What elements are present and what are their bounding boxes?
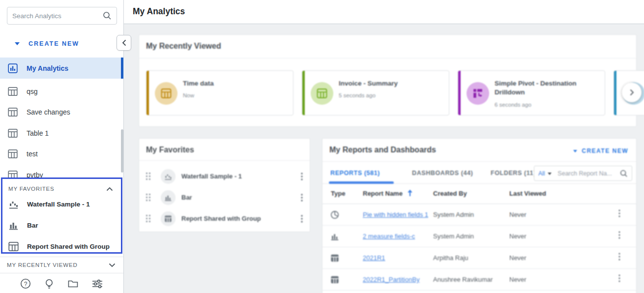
kebab-menu-icon[interactable] xyxy=(618,231,620,239)
svg-text:?: ? xyxy=(24,280,28,287)
page-title: My Analytics xyxy=(133,6,185,17)
filter-all-dropdown[interactable]: All xyxy=(538,170,545,177)
accent-bar xyxy=(614,71,616,116)
tab-folders[interactable]: FOLDERS (11) xyxy=(491,162,536,184)
report-link[interactable]: 2 measure fields-c xyxy=(363,233,415,240)
column-report-name[interactable]: Report Name xyxy=(363,190,412,197)
carousel-next-button[interactable] xyxy=(622,83,642,102)
sidebar-collapse-button[interactable] xyxy=(117,35,131,51)
create-new-button[interactable]: CREATE NEW xyxy=(0,37,124,50)
search-input[interactable]: Search Analytics xyxy=(7,7,117,25)
kebab-menu-icon[interactable] xyxy=(618,209,620,217)
table-icon xyxy=(317,88,327,99)
accent-bar xyxy=(302,71,305,116)
column-type[interactable]: Type xyxy=(331,190,345,197)
recent-card-invoice-summary[interactable]: Invoice - Summary 5 seconds ago xyxy=(302,70,449,116)
recent-card-time: 5 seconds ago xyxy=(339,92,376,98)
my-recently-viewed-section: My Recently Viewed Time data Now xyxy=(139,34,637,127)
table-icon xyxy=(161,88,172,99)
recent-card-time: 6 seconds ago xyxy=(495,102,531,108)
bulb-icon[interactable] xyxy=(44,278,55,289)
table-icon xyxy=(8,87,18,96)
table-icon xyxy=(8,241,19,252)
sidebar-scrollbar[interactable] xyxy=(121,129,123,173)
accent-bar xyxy=(146,71,149,116)
bar-chart-icon xyxy=(8,220,19,231)
sidebar-favorite-bar[interactable]: Bar xyxy=(2,215,121,236)
table-icon xyxy=(8,149,18,159)
bar-chart-boxed-icon xyxy=(8,63,18,73)
created-by-value: Arpitha Raju xyxy=(433,254,468,262)
reports-create-new-button[interactable]: CREATE NEW xyxy=(573,147,628,154)
divider xyxy=(139,58,636,59)
sidebar-item-qsg[interactable]: qsg xyxy=(0,81,124,102)
sidebar-item-save-changes[interactable]: Save changes xyxy=(0,101,124,122)
kebab-menu-icon[interactable] xyxy=(618,274,620,282)
tab-reports[interactable]: REPORTS (581) xyxy=(330,162,380,184)
sidebar-my-recently-viewed-header[interactable]: MY RECENTLY VIEWED xyxy=(0,257,123,273)
caret-down-icon xyxy=(573,150,577,152)
drag-handle-icon[interactable] xyxy=(146,194,151,202)
kebab-menu-icon[interactable] xyxy=(618,253,620,261)
accent-bar xyxy=(458,71,461,116)
waterfall-chart-icon xyxy=(164,173,172,180)
table-row: 2 measure fields-c System Admin Never xyxy=(322,226,636,247)
section-title: My Favorites xyxy=(146,146,194,154)
sort-up-arrow-icon xyxy=(408,190,412,197)
table-row: 2021R1 Arpitha Raju Never xyxy=(322,247,636,269)
column-created-by[interactable]: Created By xyxy=(433,190,467,197)
search-placeholder: Search Analytics xyxy=(12,12,103,20)
table-icon xyxy=(164,215,172,223)
table-icon xyxy=(8,128,18,138)
selected-indicator xyxy=(121,58,123,79)
sidebar-bottom-toolbar: ? xyxy=(0,274,123,293)
sidebar-favorite-waterfall-sample-1[interactable]: Waterfall Sample - 1 xyxy=(2,194,121,215)
chevron-right-icon xyxy=(630,89,634,96)
column-last-viewed[interactable]: Last Viewed xyxy=(509,190,546,197)
sidebar-favorite-report-shared-with-group[interactable]: Report Shared with Group xyxy=(2,236,121,257)
kebab-menu-icon[interactable] xyxy=(301,215,303,223)
favorite-row-report-shared-with-group[interactable]: Report Shared with Group xyxy=(139,208,310,229)
search-icon xyxy=(103,11,112,20)
last-viewed-value: Never xyxy=(509,211,527,218)
report-search-box[interactable]: All Search Report Na... xyxy=(534,166,632,181)
report-link[interactable]: 2021R1 xyxy=(363,254,385,262)
recent-card-time-data[interactable]: Time data Now xyxy=(146,70,293,116)
sliders-icon[interactable] xyxy=(91,278,103,289)
table-row: Pie with hidden fields 1 System Admin Ne… xyxy=(322,204,636,226)
reports-table-header: Type Report Name Created By Last Viewed xyxy=(322,184,636,204)
favorite-row-bar[interactable]: Bar xyxy=(139,187,310,208)
folder-icon[interactable] xyxy=(67,278,79,289)
recent-card-time: Now xyxy=(183,92,194,98)
chevron-up-icon[interactable] xyxy=(106,187,113,191)
report-link[interactable]: Pie with hidden fields 1 xyxy=(363,211,428,218)
recent-card-title: Time data xyxy=(183,79,286,88)
created-by-value: Anushree Ravikumar xyxy=(433,276,493,283)
section-title: My Reports and Dashboards xyxy=(329,146,436,154)
drag-handle-icon[interactable] xyxy=(146,173,151,180)
divider xyxy=(139,160,310,161)
created-by-value: System Admin xyxy=(433,211,474,218)
help-icon[interactable]: ? xyxy=(20,278,31,289)
search-icon[interactable] xyxy=(620,170,628,177)
kebab-menu-icon[interactable] xyxy=(301,173,303,180)
favorite-row-waterfall-sample-1[interactable]: Waterfall Sample - 1 xyxy=(139,166,310,187)
kebab-menu-icon[interactable] xyxy=(301,194,303,202)
report-link[interactable]: 2022R1_PartitionBy xyxy=(363,276,420,283)
table-icon xyxy=(330,254,339,263)
pivot-table-icon xyxy=(472,88,483,99)
bar-chart-icon xyxy=(164,194,172,202)
last-viewed-value: Never xyxy=(509,276,527,283)
my-favorites-section: My Favorites Waterfall Sample - 1 xyxy=(139,138,310,232)
sidebar-item-table-1[interactable]: Table 1 xyxy=(0,122,124,144)
sidebar-item-my-analytics[interactable]: My Analytics xyxy=(0,58,124,79)
section-title: My Recently Viewed xyxy=(146,42,221,51)
last-viewed-value: Never xyxy=(509,254,527,262)
recent-card-simple-pivot[interactable]: Simple Pivot - Destination Drilldown 6 s… xyxy=(458,70,605,116)
my-favorites-section-title: MY FAVORITES xyxy=(8,186,106,192)
sidebar-item-test[interactable]: test xyxy=(0,143,124,164)
tab-dashboards[interactable]: DASHBOARDS (44) xyxy=(412,162,473,184)
my-reports-and-dashboards-section: My Reports and Dashboards CREATE NEW REP… xyxy=(322,138,637,293)
drag-handle-icon[interactable] xyxy=(146,215,151,223)
table-icon xyxy=(8,107,18,117)
